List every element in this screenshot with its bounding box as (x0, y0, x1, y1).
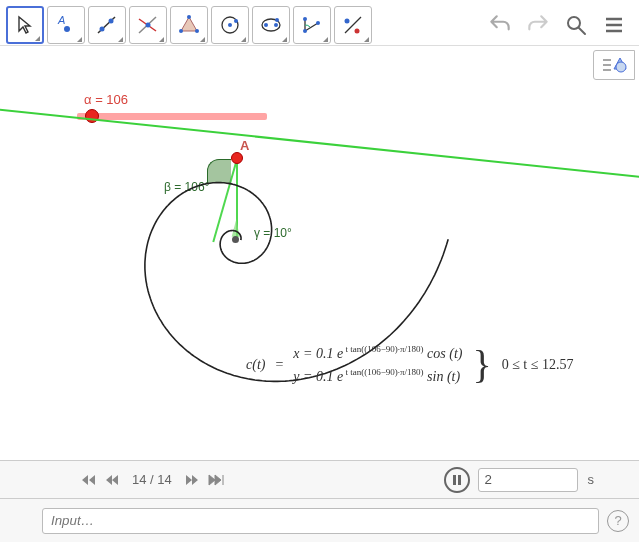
svg-point-10 (195, 29, 199, 33)
svg-rect-35 (453, 475, 456, 485)
svg-point-24 (355, 28, 360, 33)
svg-point-13 (228, 23, 232, 27)
point-a-label: A (240, 138, 249, 153)
formula-eq: = (275, 357, 283, 373)
svg-point-17 (274, 23, 278, 27)
svg-point-9 (187, 15, 191, 19)
play-pause-button[interactable] (444, 467, 470, 493)
tangent-line (0, 107, 639, 184)
gamma-label: γ = 10° (254, 226, 292, 240)
svg-point-18 (275, 18, 279, 22)
pause-icon (452, 475, 462, 485)
angle-tool[interactable] (293, 6, 331, 44)
circle-center-tool[interactable] (211, 6, 249, 44)
toolbar: A (0, 0, 639, 46)
svg-line-26 (579, 28, 585, 34)
tool-group: A (6, 6, 372, 44)
svg-point-1 (64, 26, 70, 32)
formula-lhs: c(t) (246, 357, 265, 373)
point-a[interactable] (231, 152, 243, 164)
svg-point-19 (303, 17, 307, 21)
perpendicular-tool[interactable] (129, 6, 167, 44)
gamma-angle-marker (232, 219, 241, 237)
formula-brace: } (472, 345, 491, 385)
search-button[interactable] (557, 6, 595, 44)
point-tool[interactable]: A (47, 6, 85, 44)
svg-point-3 (100, 26, 105, 31)
svg-text:A: A (57, 14, 65, 26)
reflect-tool[interactable] (334, 6, 372, 44)
input-bar: ? (0, 498, 639, 542)
svg-point-11 (179, 29, 183, 33)
speed-input[interactable] (478, 468, 578, 492)
formula-display: c(t) = x = 0.1 e t tan((106−90)·π/180) c… (246, 342, 573, 388)
formula-range: 0 ≤ t ≤ 12.57 (502, 357, 574, 373)
svg-point-34 (616, 62, 626, 72)
last-frame-button[interactable] (208, 473, 226, 487)
svg-point-21 (316, 21, 320, 25)
prev-frame-button[interactable] (104, 473, 120, 487)
beta-label: β = 106° (164, 180, 209, 194)
svg-point-14 (234, 19, 238, 23)
polygon-tool[interactable] (170, 6, 208, 44)
svg-point-25 (568, 17, 580, 29)
svg-rect-36 (458, 475, 461, 485)
next-frame-button[interactable] (184, 473, 200, 487)
command-input[interactable] (42, 508, 599, 534)
first-frame-button[interactable] (78, 473, 96, 487)
move-tool[interactable] (6, 6, 44, 44)
undo-button[interactable] (481, 6, 519, 44)
frame-counter: 14 / 14 (132, 472, 172, 487)
svg-marker-8 (181, 17, 197, 31)
alpha-value-label: α = 106 (84, 92, 128, 107)
redo-button[interactable] (519, 6, 557, 44)
svg-point-20 (303, 29, 307, 33)
svg-point-7 (146, 22, 151, 27)
line-tool[interactable] (88, 6, 126, 44)
ellipse-tool[interactable] (252, 6, 290, 44)
navigation-bar: 14 / 14 s (0, 460, 639, 498)
svg-point-4 (109, 18, 114, 23)
center-point[interactable] (232, 236, 239, 243)
menu-button[interactable] (595, 6, 633, 44)
speed-unit-label: s (588, 472, 595, 487)
style-bar-toggle[interactable] (593, 50, 635, 80)
svg-point-23 (345, 18, 350, 23)
help-button[interactable]: ? (607, 510, 629, 532)
graphics-view[interactable]: α = 106 β = 106° γ = 10° A c(t) = x = 0.… (0, 46, 639, 460)
beta-angle-marker (207, 159, 231, 183)
svg-point-16 (264, 23, 268, 27)
spiral-curve (0, 46, 639, 460)
formula-equations: x = 0.1 e t tan((106−90)·π/180) cos (t) … (293, 342, 462, 388)
